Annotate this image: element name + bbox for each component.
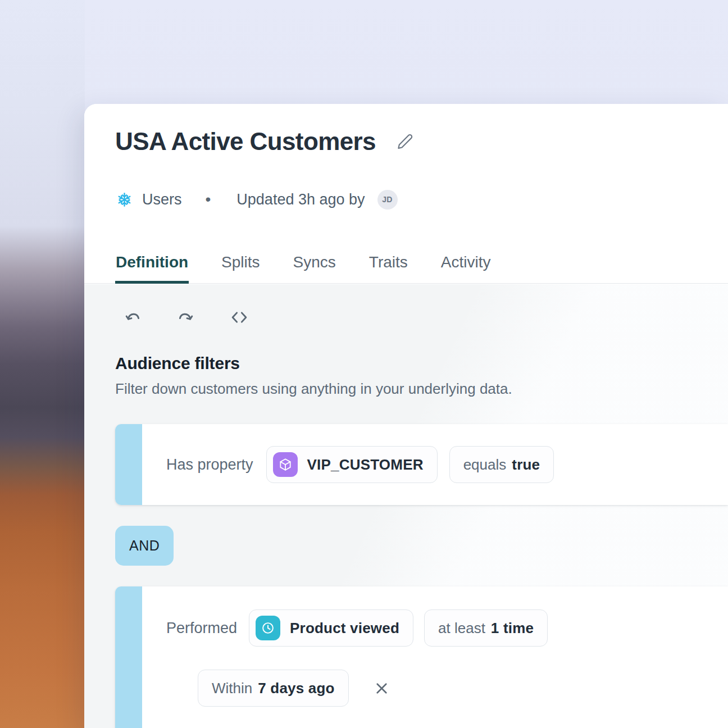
filter-row-event: Performed Product viewed at lea	[115, 586, 728, 728]
frequency-operator: at least	[438, 620, 485, 637]
page-title: USA Active Customers	[115, 128, 376, 156]
definition-panel: Audience filters Filter down customers u…	[84, 284, 728, 728]
cube-icon	[273, 452, 298, 477]
edit-pencil-icon[interactable]	[397, 133, 413, 150]
property-chip[interactable]: VIP_CUSTOMER	[266, 446, 438, 483]
meta-row: Users • Updated 3h ago by JD	[116, 188, 398, 211]
frequency-value: 1 time	[491, 620, 534, 637]
section-heading: Audience filters	[115, 354, 728, 373]
section-subheading: Filter down customers using anything in …	[115, 380, 728, 398]
close-x-icon[interactable]	[373, 680, 390, 697]
undo-button[interactable]	[124, 309, 142, 326]
separator-dot: •	[206, 190, 211, 208]
window-value: 7 days ago	[258, 680, 334, 697]
code-view-button[interactable]	[229, 309, 250, 326]
snowflake-icon	[116, 192, 133, 208]
card-header: USA Active Customers	[84, 104, 728, 284]
event-window-line: Within 7 days ago	[198, 670, 390, 707]
tab-syncs[interactable]: Syncs	[293, 253, 336, 284]
avatar[interactable]: JD	[377, 190, 398, 210]
window-operator: Within	[212, 680, 252, 697]
filter-row-accent-bar[interactable]	[115, 586, 142, 728]
filter-row-body: Has property VIP_CUSTOMER equals	[142, 424, 728, 505]
desktop-background: USA Active Customers	[0, 0, 728, 728]
clock-icon	[256, 616, 280, 640]
filter-row-property: Has property VIP_CUSTOMER equals	[115, 424, 728, 505]
filter-row-body: Performed Product viewed at lea	[142, 586, 728, 728]
redo-button[interactable]	[176, 309, 194, 326]
title-row: USA Active Customers	[115, 128, 413, 156]
time-window-chip[interactable]: Within 7 days ago	[198, 670, 349, 707]
filter-row-accent-bar[interactable]	[115, 424, 142, 505]
condition-value: true	[512, 456, 540, 474]
updated-text: Updated 3h ago by	[236, 191, 365, 208]
filter-type-label: Performed	[166, 620, 237, 637]
operator-badge[interactable]: AND	[115, 526, 174, 566]
tab-activity[interactable]: Activity	[440, 253, 492, 284]
audience-card: USA Active Customers	[84, 104, 728, 728]
event-chip[interactable]: Product viewed	[249, 609, 413, 647]
filter-type-label: Has property	[166, 456, 253, 474]
tab-bar: Definition Splits Syncs Traits Activity	[115, 253, 491, 284]
event-frequency-chip[interactable]: at least 1 time	[424, 609, 548, 647]
tab-splits[interactable]: Splits	[221, 253, 260, 284]
wallpaper-strip	[0, 0, 85, 728]
condition-operator: equals	[463, 456, 507, 474]
tab-traits[interactable]: Traits	[368, 253, 408, 284]
property-name: VIP_CUSTOMER	[307, 456, 424, 474]
tab-definition[interactable]: Definition	[115, 253, 189, 284]
property-condition-chip[interactable]: equals true	[449, 446, 554, 483]
event-name: Product viewed	[290, 620, 399, 637]
editor-toolbar	[124, 309, 728, 326]
source-label: Users	[142, 191, 182, 208]
event-condition-line: Performed Product viewed at lea	[166, 609, 548, 647]
